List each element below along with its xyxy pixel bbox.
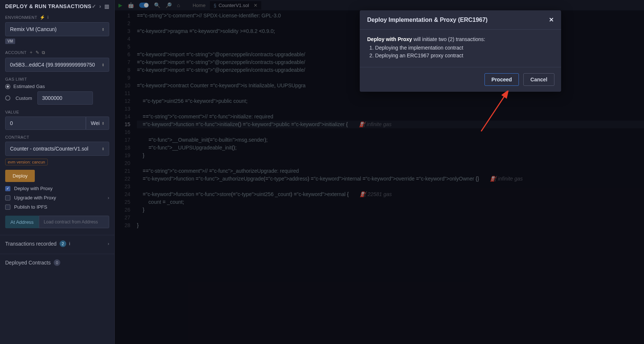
modal-item2: 2. Deploying an ERC1967 proxy contract — [369, 53, 463, 58]
environment-select[interactable]: Remix VM (Cancun) ▲▼ — [5, 22, 109, 36]
environment-label: ENVIRONMENT — [5, 15, 37, 20]
value-unit-select[interactable]: Wei ▲▼ — [86, 117, 109, 130]
select-arrows-icon: ▲▼ — [102, 27, 104, 31]
chevron-right-icon[interactable]: › — [108, 195, 109, 200]
modal-intro-rest: will initiate two (2) transactions: — [412, 36, 485, 42]
checkbox-upgrade-proxy[interactable] — [5, 195, 10, 200]
custom-gas-label: Custom — [16, 95, 32, 101]
panel-icon[interactable]: ▥ — [104, 3, 110, 10]
transactions-recorded-label: Transactions recorded — [5, 241, 57, 247]
select-arrows-icon: ▲▼ — [102, 147, 104, 151]
select-arrows-icon: ▲▼ — [102, 121, 104, 125]
plus-icon[interactable]: ＋ — [29, 49, 34, 55]
account-label: ACCOUNT — [5, 50, 27, 55]
cancel-button[interactable]: Cancel — [523, 73, 554, 86]
account-select[interactable]: 0x5B3...eddC4 (99.99999999999750 ▲▼ — [5, 58, 109, 72]
contract-select[interactable]: Counter - contracts/CounterV1.sol ▲▼ — [5, 142, 109, 156]
modal-item1: 1. Deploying the implementation contract — [369, 45, 463, 51]
checkbox-deploy-proxy[interactable] — [5, 186, 10, 191]
upgrade-proxy-label: Upgrade with Proxy — [14, 195, 56, 200]
deploy-run-sidebar: DEPLOY & RUN TRANSACTIONS ✓ › ▥ ENVIRONM… — [0, 0, 115, 344]
sidebar-title: DEPLOY & RUN TRANSACTIONS — [5, 3, 91, 10]
vm-badge: VM — [5, 38, 15, 44]
account-value: 0x5B3...eddC4 (99.99999999999750 — [10, 62, 95, 68]
at-address-placeholder: Load contract from Address — [44, 219, 98, 225]
info-icon[interactable]: i — [47, 15, 48, 20]
proceed-button[interactable]: Proceed — [484, 73, 519, 86]
deployed-count-badge: 0 — [54, 259, 60, 266]
chevron-right-icon[interactable]: › — [108, 241, 109, 246]
publish-ipfs-label: Publish to IPFS — [14, 204, 47, 210]
estimated-gas-label: Estimated Gas — [13, 84, 45, 89]
contract-value: Counter - contracts/CounterV1.sol — [10, 146, 88, 152]
modal-intro-bold: Deploy with Proxy — [367, 36, 412, 42]
radio-custom-gas[interactable] — [5, 95, 10, 101]
plug-icon: ⚡ — [40, 15, 46, 20]
deployed-contracts-label: Deployed Contracts — [5, 260, 51, 266]
deploy-proxy-modal: Deploy Implementation & Proxy (ERC1967) … — [360, 10, 561, 92]
modal-close-icon[interactable]: ✕ — [549, 16, 554, 23]
check-icon[interactable]: ✓ — [92, 3, 97, 10]
select-arrows-icon: ▲▼ — [102, 63, 104, 67]
edit-icon[interactable]: ✎ — [36, 50, 40, 55]
checkbox-publish-ipfs[interactable] — [5, 205, 10, 210]
deploy-button[interactable]: Deploy — [5, 170, 35, 182]
deploy-proxy-label: Deploy with Proxy — [14, 186, 53, 191]
contract-label: CONTRACT — [5, 135, 29, 139]
at-address-button[interactable]: At Address — [5, 216, 39, 228]
gas-limit-label: GAS LIMIT — [5, 77, 27, 81]
value-unit: Wei — [91, 120, 100, 126]
custom-gas-input[interactable]: 3000000 — [37, 91, 93, 105]
info-icon[interactable]: i — [69, 241, 70, 246]
radio-estimated-gas[interactable] — [5, 84, 10, 89]
main-area: ▶ 🤖 🔍 🔎 ⌂ Home § CounterV1.sol ✕ 1234567… — [115, 0, 644, 344]
transactions-count-badge: 2 — [60, 240, 66, 247]
copy-icon[interactable]: ⧉ — [42, 50, 46, 55]
chevron-right-icon[interactable]: › — [99, 3, 101, 10]
environment-value: Remix VM (Cancun) — [10, 26, 57, 32]
modal-title: Deploy Implementation & Proxy (ERC1967) — [367, 17, 487, 23]
value-label: VALUE — [5, 110, 19, 114]
at-address-input[interactable]: Load contract from Address — [39, 216, 109, 228]
value-input[interactable]: 0 — [5, 117, 86, 130]
evm-version-badge: evm version: cancun — [5, 159, 48, 165]
